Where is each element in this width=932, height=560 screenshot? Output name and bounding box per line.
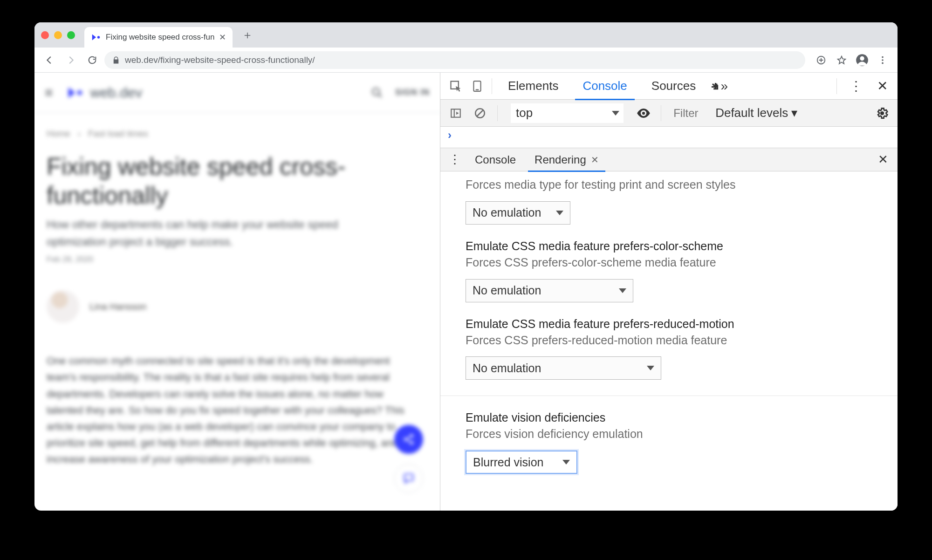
color-scheme-desc: Forces CSS prefers-color-scheme media fe… — [440, 253, 898, 271]
console-sidebar-toggle-icon[interactable] — [445, 102, 466, 124]
svg-point-0 — [97, 36, 100, 39]
context-value: top — [516, 106, 533, 120]
profile-button[interactable] — [853, 51, 871, 69]
devtools-close-icon[interactable]: ✕ — [871, 75, 893, 97]
drawer-tab-console[interactable]: Console — [466, 148, 525, 171]
sign-in-button[interactable]: SIGN IN — [395, 88, 430, 97]
chevron-down-icon — [619, 288, 626, 293]
page-title: Fixing website speed cross-functionally — [47, 152, 428, 210]
feedback-fab[interactable] — [394, 464, 423, 493]
console-prompt-icon: › — [448, 129, 452, 142]
tab-elements[interactable]: Elements — [496, 73, 570, 100]
article-body: One common myth connected to site speed … — [47, 353, 415, 467]
url-text: web.dev/fixing-website-speed-cross-funct… — [125, 55, 315, 65]
breadcrumb: Home › Fast load times — [34, 113, 440, 139]
new-tab-button[interactable]: ＋ — [241, 28, 254, 41]
reload-button[interactable] — [83, 51, 102, 69]
site-logo[interactable]: web.dev — [65, 85, 143, 101]
filter-input[interactable] — [673, 107, 708, 120]
url-bar: web.dev/fixing-website-speed-cross-funct… — [34, 48, 898, 73]
svg-rect-16 — [451, 109, 460, 117]
svg-point-6 — [882, 62, 884, 64]
lock-icon — [112, 56, 120, 64]
address-bar[interactable]: web.dev/fixing-website-speed-cross-funct… — [104, 51, 805, 69]
media-type-desc: Forces media type for testing print and … — [440, 171, 898, 193]
reduced-motion-desc: Forces CSS prefers-reduced-motion media … — [440, 331, 898, 348]
devtools-tab-bar: Elements Console Sources » ⋮ ✕ — [440, 73, 898, 100]
webpage-viewport: ≡ web.dev SIGN IN Home › Fast load times — [34, 73, 440, 511]
rendering-panel: Forces media type for testing print and … — [440, 171, 898, 511]
breadcrumb-section[interactable]: Fast load times — [88, 129, 148, 139]
vision-title: Emulate vision deficiencies — [440, 396, 898, 424]
author-avatar — [47, 290, 79, 323]
drawer-menu-icon[interactable]: ⋮ — [444, 149, 466, 171]
hamburger-icon[interactable]: ≡ — [45, 85, 53, 101]
tab-close-icon[interactable]: ✕ — [219, 32, 226, 42]
context-selector[interactable]: top — [511, 103, 624, 123]
reduced-motion-select[interactable]: No emulation — [466, 356, 661, 380]
devtools-menu-icon[interactable]: ⋮ — [845, 75, 867, 97]
back-button[interactable] — [40, 51, 59, 69]
chevron-down-icon — [562, 460, 570, 464]
drawer-close-icon[interactable]: ✕ — [872, 149, 894, 171]
close-window-button[interactable] — [41, 31, 49, 39]
drawer-tab-bar: ⋮ Console Rendering ✕ ✕ — [440, 148, 898, 171]
author-name: Lina Hansson — [89, 301, 146, 312]
browser-tab[interactable]: Fixing website speed cross-fun ✕ — [84, 27, 233, 48]
svg-rect-12 — [404, 474, 413, 481]
page-date: Feb 28, 2020 — [47, 255, 428, 264]
svg-point-20 — [642, 111, 645, 114]
tab-title: Fixing website speed cross-fun — [106, 33, 214, 42]
tab-sources[interactable]: Sources — [639, 73, 708, 100]
log-levels-selector[interactable]: Default levels ▾ — [715, 106, 797, 120]
chevron-right-icon: › — [78, 129, 81, 139]
live-expression-icon[interactable] — [633, 102, 654, 124]
inspect-element-icon[interactable] — [445, 75, 466, 97]
console-output[interactable]: › — [440, 127, 898, 148]
svg-line-19 — [477, 110, 483, 116]
vision-deficiency-select[interactable]: Blurred vision — [466, 451, 577, 474]
breadcrumb-home[interactable]: Home — [47, 129, 70, 139]
media-type-select[interactable]: No emulation — [466, 201, 570, 225]
search-icon[interactable] — [371, 87, 383, 99]
console-settings-icon[interactable] — [871, 102, 893, 124]
clear-console-icon[interactable] — [469, 102, 491, 124]
bookmark-button[interactable] — [832, 51, 851, 69]
color-scheme-select[interactable]: No emulation — [466, 279, 633, 302]
chrome-menu-button[interactable] — [873, 51, 892, 69]
chevron-down-icon — [647, 366, 654, 370]
tab-console[interactable]: Console — [570, 73, 639, 100]
browser-window: Fixing website speed cross-fun ✕ ＋ web.d… — [34, 22, 898, 511]
share-fab[interactable] — [394, 425, 423, 454]
reduced-motion-title: Emulate CSS media feature prefers-reduce… — [440, 302, 898, 331]
forward-button[interactable] — [62, 51, 80, 69]
more-tabs-icon[interactable]: » — [708, 75, 729, 97]
webdev-favicon-icon — [91, 32, 101, 42]
site-name: web.dev — [90, 85, 143, 101]
console-toolbar: top Default levels ▾ — [440, 100, 898, 127]
minimize-window-button[interactable] — [54, 31, 62, 39]
svg-point-8 — [372, 88, 379, 95]
color-scheme-title: Emulate CSS media feature prefers-color-… — [440, 225, 898, 253]
devtools-panel: Elements Console Sources » ⋮ ✕ — [440, 73, 898, 511]
drawer-tab-rendering[interactable]: Rendering ✕ — [525, 148, 608, 171]
chevron-down-icon — [556, 211, 563, 215]
svg-point-5 — [882, 59, 884, 61]
tab-strip: Fixing website speed cross-fun ✕ ＋ — [34, 22, 898, 48]
install-button[interactable] — [812, 51, 830, 69]
window-controls — [41, 31, 75, 39]
chevron-down-icon — [612, 111, 619, 116]
svg-point-4 — [882, 56, 884, 58]
drawer-tab-close-icon[interactable]: ✕ — [591, 154, 599, 165]
vision-desc: Forces vision deficiency emulation — [440, 424, 898, 442]
page-subtitle: How other departments can help make your… — [47, 216, 391, 250]
svg-point-3 — [860, 56, 864, 60]
svg-point-7 — [77, 90, 82, 95]
device-toggle-icon[interactable] — [466, 75, 488, 97]
maximize-window-button[interactable] — [67, 31, 75, 39]
